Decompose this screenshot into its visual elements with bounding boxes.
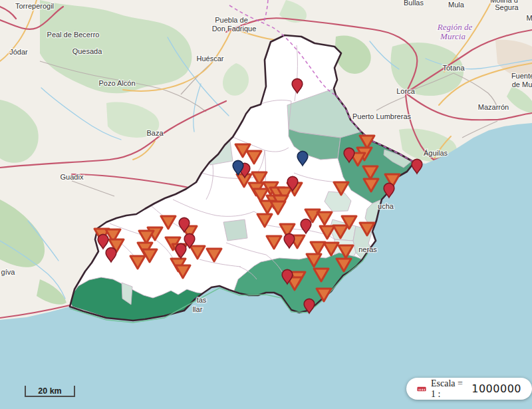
place-label: Murcia	[440, 31, 466, 41]
place-label: Mazarrón	[478, 103, 509, 111]
place-label: Lorca	[396, 87, 415, 95]
place-label: Puerto Lumbreras	[352, 112, 412, 120]
place-label: Torreperogil	[15, 2, 54, 10]
choropleth-region[interactable]	[223, 219, 247, 241]
place-label: Fuente	[511, 72, 532, 80]
place-label: Puebla de	[215, 16, 248, 24]
place-label: Totana	[442, 64, 465, 72]
place-label: tas	[197, 296, 207, 304]
place-label: de Mu	[512, 80, 532, 88]
place-label: M	[526, 14, 532, 22]
place-label: Águilas	[424, 149, 448, 157]
place-label: Quesada	[72, 47, 103, 55]
place-label: gíva	[1, 268, 16, 276]
place-label: Don Fadrique	[212, 25, 257, 33]
place-label: neras	[358, 245, 377, 253]
escala-value: 1000000	[471, 382, 521, 395]
ruler-icon	[417, 386, 426, 392]
place-label: Baza	[146, 129, 164, 137]
place-label: Pozo Alcón	[98, 79, 135, 87]
place-label: llar	[193, 305, 203, 313]
scale-bar: 20 km	[25, 386, 75, 397]
place-label: ucha	[378, 202, 394, 210]
place-label: Segura	[495, 3, 519, 11]
map-canvas[interactable]: TorreperogilPeal de BecerroJódarQuesadaP…	[0, 0, 532, 409]
scale-bar-label: 20 km	[38, 386, 61, 396]
place-label: Bullas	[404, 0, 424, 7]
escala-label: Escala = 1 :	[431, 378, 467, 400]
map-viewport[interactable]: TorreperogilPeal de BecerroJódarQuesadaP…	[0, 0, 532, 409]
place-label: Huéscar	[197, 55, 224, 63]
escala-control: Escala = 1 : 1000000	[406, 378, 532, 400]
place-label: Región de	[437, 22, 473, 32]
place-label: Mula	[448, 1, 465, 9]
place-label: Guadix	[61, 173, 84, 181]
place-label: Jódar	[9, 48, 28, 56]
place-label: Peal de Becerro	[47, 31, 100, 39]
